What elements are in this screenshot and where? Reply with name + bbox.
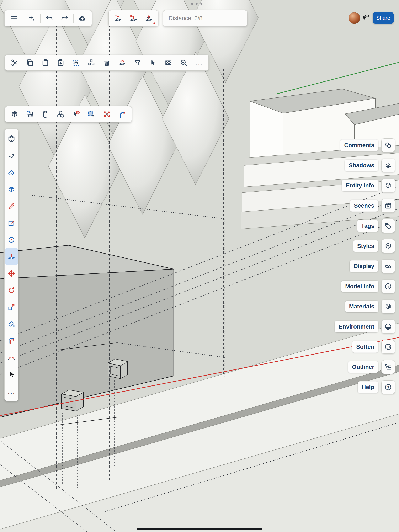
model-info-button[interactable] bbox=[381, 279, 395, 293]
comments-label[interactable]: Comments bbox=[340, 139, 378, 151]
handle-dots-icon[interactable] bbox=[191, 3, 202, 5]
checker-pattern-button[interactable] bbox=[161, 56, 176, 70]
paint-tool[interactable] bbox=[5, 316, 18, 332]
cursor-eye-icon[interactable] bbox=[361, 14, 369, 22]
panel-row-comments: Comments bbox=[340, 138, 395, 152]
help-label[interactable]: Help bbox=[358, 381, 378, 393]
soften-button[interactable] bbox=[381, 340, 395, 354]
tags-label[interactable]: Tags bbox=[357, 220, 378, 232]
menu-button[interactable] bbox=[6, 12, 22, 25]
cloud-upload-button[interactable] bbox=[75, 12, 90, 25]
display-button[interactable] bbox=[381, 259, 395, 273]
distance-input[interactable]: Distance: 3/8" bbox=[163, 10, 247, 26]
cube-cluster-button[interactable] bbox=[53, 108, 68, 121]
panel-row-tags: Tags bbox=[357, 219, 395, 233]
home-indicator[interactable] bbox=[137, 528, 262, 530]
cylinder-button[interactable] bbox=[38, 108, 53, 121]
styles-button[interactable] bbox=[381, 239, 395, 253]
redo-button[interactable] bbox=[57, 12, 72, 25]
more-tools-button[interactable]: … bbox=[5, 383, 18, 400]
scale-tool[interactable] bbox=[5, 299, 18, 316]
environment-button[interactable] bbox=[381, 320, 395, 334]
select-tool[interactable] bbox=[5, 366, 18, 383]
copy-button[interactable] bbox=[22, 56, 38, 70]
pushpull-move-button[interactable] bbox=[126, 12, 141, 25]
divider bbox=[23, 14, 23, 23]
panel-row-environment: Environment bbox=[335, 320, 395, 334]
undo-button[interactable] bbox=[42, 12, 57, 25]
move-tool[interactable] bbox=[5, 265, 18, 282]
share-button[interactable]: Share bbox=[373, 12, 394, 24]
line-tool[interactable] bbox=[5, 198, 18, 215]
trash-button[interactable] bbox=[99, 56, 114, 70]
pushpull-to-object-button[interactable] bbox=[141, 12, 157, 25]
deselect-cursor-button[interactable] bbox=[68, 108, 84, 121]
materials-button[interactable] bbox=[381, 300, 395, 313]
distance-value: Distance: 3/8" bbox=[169, 15, 204, 22]
styles-label[interactable]: Styles bbox=[353, 240, 378, 252]
panel-row-display: Display bbox=[349, 259, 395, 273]
panel-row-shadows: Shadows bbox=[345, 158, 395, 172]
display-label[interactable]: Display bbox=[349, 260, 378, 272]
edit-toolbar: … bbox=[5, 55, 209, 71]
pushpull-tool[interactable] bbox=[5, 248, 18, 265]
help-button[interactable]: ? bbox=[381, 380, 395, 394]
avatar[interactable] bbox=[348, 12, 360, 24]
tenon-peg bbox=[108, 359, 128, 379]
outliner-label[interactable]: Outliner bbox=[348, 361, 378, 373]
rotate-tool[interactable] bbox=[5, 282, 18, 299]
panel-row-outliner: Outliner bbox=[348, 360, 395, 374]
box-tool[interactable] bbox=[5, 181, 18, 198]
arc-tool[interactable] bbox=[5, 349, 18, 366]
copy-solids-button[interactable] bbox=[22, 108, 38, 121]
pipe-follow-button[interactable] bbox=[114, 108, 130, 121]
components-button[interactable] bbox=[84, 56, 99, 70]
panel-row-model-info: Model Info bbox=[341, 279, 395, 293]
flyout-indicator bbox=[153, 22, 155, 24]
panel-row-soften: Soften bbox=[352, 340, 395, 354]
main-toolbar bbox=[4, 10, 92, 26]
svg-text:?: ? bbox=[387, 385, 389, 389]
select-cursor-button[interactable] bbox=[145, 56, 161, 70]
tags-button[interactable] bbox=[381, 219, 395, 233]
materials-label[interactable]: Materials bbox=[345, 301, 378, 312]
freehand-tool[interactable] bbox=[5, 147, 18, 164]
scenes-button[interactable] bbox=[381, 199, 395, 213]
cut-button[interactable] bbox=[7, 56, 22, 70]
panel-row-scenes: Scenes bbox=[350, 199, 395, 213]
entity-info-label[interactable]: Entity Info bbox=[342, 180, 378, 191]
panel-row-entity-info: Entity Info bbox=[342, 179, 395, 192]
select-bounds-button[interactable] bbox=[68, 56, 84, 70]
outliner-button[interactable] bbox=[381, 360, 395, 374]
flip-button[interactable] bbox=[114, 56, 130, 70]
soften-label[interactable]: Soften bbox=[352, 341, 378, 353]
panel-row-styles: Styles bbox=[353, 239, 395, 253]
ai-sparkles-button[interactable] bbox=[24, 12, 39, 25]
zoom-extents-button[interactable] bbox=[99, 108, 114, 121]
comments-button[interactable] bbox=[381, 138, 395, 152]
shape-tool[interactable] bbox=[5, 215, 18, 231]
solid-cube-button[interactable] bbox=[7, 108, 22, 121]
scenes-label[interactable]: Scenes bbox=[350, 200, 378, 212]
pushpull-add-button[interactable] bbox=[110, 12, 126, 25]
entity-info-button[interactable] bbox=[381, 179, 395, 192]
filter-funnel-button[interactable] bbox=[130, 56, 145, 70]
shadows-button[interactable] bbox=[381, 158, 395, 172]
more-tools-button[interactable]: … bbox=[191, 56, 207, 70]
environment-label[interactable]: Environment bbox=[335, 321, 378, 332]
model-info-label[interactable]: Model Info bbox=[341, 280, 378, 292]
offset-tool[interactable] bbox=[5, 332, 18, 349]
eraser-tool[interactable] bbox=[5, 164, 18, 181]
paste-button[interactable] bbox=[38, 56, 53, 70]
zoom-add-button[interactable] bbox=[176, 56, 191, 70]
select-region-button[interactable] bbox=[84, 108, 99, 121]
tool-palette: … bbox=[4, 129, 19, 401]
sketchup-logo-button[interactable] bbox=[5, 130, 18, 147]
circle-tool[interactable] bbox=[5, 231, 18, 248]
panel-row-help: Help ? bbox=[358, 380, 395, 394]
divider bbox=[73, 14, 74, 23]
paste-in-place-button[interactable] bbox=[53, 56, 68, 70]
shadows-label[interactable]: Shadows bbox=[345, 160, 378, 171]
ellipsis-label: … bbox=[7, 389, 16, 393]
ellipsis-label: … bbox=[195, 61, 203, 65]
